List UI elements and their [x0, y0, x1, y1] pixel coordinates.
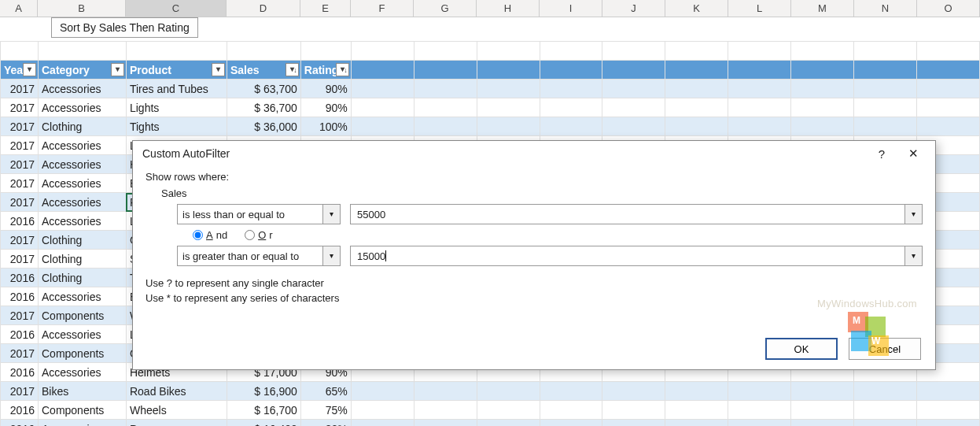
table-row[interactable]: 2016AccessoriesPumps$ 16,40080% — [1, 420, 980, 427]
column-header-row: A B C D E F G H I J K L M N O — [0, 0, 980, 17]
filter-sort-icon[interactable]: ▾ — [286, 63, 299, 76]
hint-single-char: Use ? to represent any single character — [146, 277, 923, 289]
operator-2-value: is greater than or equal to — [182, 250, 299, 262]
table-row[interactable]: 2017AccessoriesLights$ 36,70090% — [1, 98, 980, 117]
col-header-L[interactable]: L — [728, 0, 791, 17]
header-rating[interactable]: Rating▾ — [300, 61, 351, 80]
col-header-A[interactable]: A — [0, 0, 38, 17]
watermark-text: MyWindowsHub.com — [817, 298, 917, 309]
operator-1-value: is less than or equal to — [182, 209, 285, 220]
col-header-I[interactable]: I — [540, 0, 602, 17]
operator-1-combo[interactable]: is less than or equal to ▾ — [177, 204, 341, 224]
field-name-label: Sales — [161, 187, 923, 199]
filter-icon[interactable]: ▾ — [23, 63, 36, 76]
chevron-down-icon[interactable]: ▾ — [904, 246, 922, 265]
col-header-C[interactable]: C — [126, 0, 227, 17]
filter-icon[interactable]: ▾ — [111, 63, 124, 76]
chevron-down-icon[interactable]: ▾ — [322, 246, 340, 265]
value-2-input[interactable]: 15000 ▾ — [350, 246, 923, 266]
watermark-logo: MW — [848, 312, 886, 350]
dialog-titlebar[interactable]: Custom AutoFilter ? ✕ — [133, 141, 935, 166]
operator-2-combo[interactable]: is greater than or equal to ▾ — [177, 246, 341, 266]
table-row[interactable]: 2017BikesRoad Bikes$ 16,90065% — [1, 382, 980, 401]
col-header-G[interactable]: G — [414, 0, 477, 17]
value-1-text: 55000 — [357, 209, 385, 220]
table-row[interactable]: 2017ClothingTights$ 36,000100% — [1, 117, 980, 136]
col-header-F[interactable]: F — [351, 0, 414, 17]
header-sales[interactable]: Sales▾ — [227, 61, 300, 80]
col-header-H[interactable]: H — [477, 0, 540, 17]
table-row[interactable]: 2016ComponentsWheels$ 16,70075% — [1, 401, 980, 420]
help-icon[interactable]: ? — [866, 147, 897, 161]
dialog-title: Custom AutoFilter — [142, 147, 230, 160]
ok-button[interactable]: OK — [765, 338, 838, 360]
col-header-N[interactable]: N — [854, 0, 917, 17]
header-product[interactable]: Product▾ — [126, 61, 227, 80]
col-header-J[interactable]: J — [602, 0, 665, 17]
and-radio[interactable]: And — [193, 229, 227, 241]
col-header-O[interactable]: O — [917, 0, 980, 17]
hint-series-chars: Use * to represent any series of charact… — [146, 292, 923, 304]
table-row[interactable]: 2017AccessoriesTires and Tubes$ 63,70090… — [1, 80, 980, 98]
col-header-K[interactable]: K — [665, 0, 728, 17]
filter-sort-icon[interactable]: ▾ — [336, 63, 349, 76]
table-header-row: Year▾ Category▾ Product▾ Sales▾ Rating▾ — [1, 61, 980, 80]
col-header-M[interactable]: M — [791, 0, 854, 17]
col-header-E[interactable]: E — [300, 0, 351, 17]
col-header-B[interactable]: B — [38, 0, 126, 17]
filter-icon[interactable]: ▾ — [212, 63, 225, 76]
show-rows-label: Show rows where: — [146, 171, 923, 183]
value-2-text: 15000 — [357, 250, 385, 262]
custom-autofilter-dialog: Custom AutoFilter ? ✕ Show rows where: S… — [132, 140, 936, 370]
close-icon[interactable]: ✕ — [897, 146, 929, 161]
text-caret — [385, 250, 386, 261]
chevron-down-icon[interactable]: ▾ — [904, 205, 922, 224]
header-category[interactable]: Category▾ — [38, 61, 126, 80]
or-radio[interactable]: Or — [245, 229, 272, 241]
sort-button[interactable]: Sort By Sales Then Rating — [51, 17, 198, 38]
header-year[interactable]: Year▾ — [1, 61, 39, 80]
value-1-input[interactable]: 55000 ▾ — [350, 204, 923, 224]
chevron-down-icon[interactable]: ▾ — [322, 205, 340, 224]
col-header-D[interactable]: D — [227, 0, 300, 17]
